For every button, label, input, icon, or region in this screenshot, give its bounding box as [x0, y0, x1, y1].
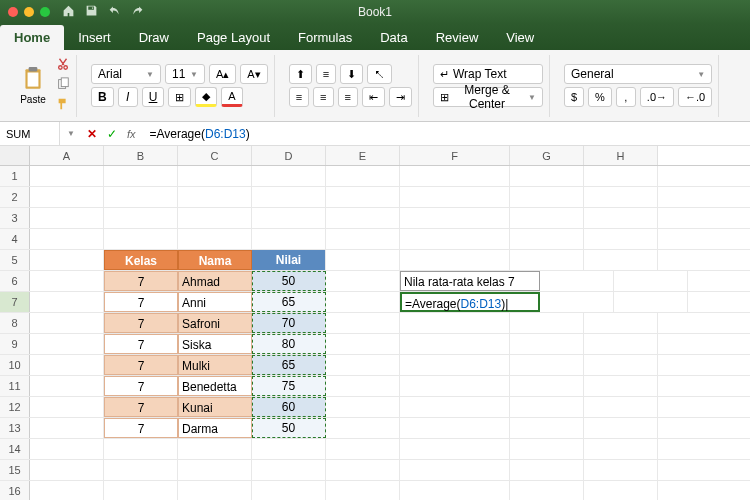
- col-header[interactable]: F: [400, 146, 510, 165]
- cell[interactable]: [510, 166, 584, 186]
- cell[interactable]: [30, 334, 104, 354]
- fill-color-button[interactable]: ◆: [195, 87, 217, 107]
- align-mid-button[interactable]: ≡: [316, 64, 336, 84]
- percent-button[interactable]: %: [588, 87, 612, 107]
- comma-button[interactable]: ,: [616, 87, 636, 107]
- select-all-corner[interactable]: [0, 146, 30, 165]
- cell[interactable]: [30, 418, 104, 438]
- size-select[interactable]: 11▼: [165, 64, 205, 84]
- tab-view[interactable]: View: [492, 25, 548, 50]
- cell[interactable]: [326, 376, 400, 396]
- cell[interactable]: [400, 229, 510, 249]
- fx-icon[interactable]: fx: [127, 128, 136, 140]
- indent-inc-button[interactable]: ⇥: [389, 87, 412, 107]
- row-header[interactable]: 3: [0, 208, 30, 228]
- align-right-button[interactable]: ≡: [338, 87, 358, 107]
- cell[interactable]: [400, 313, 510, 333]
- cell[interactable]: [30, 229, 104, 249]
- cell[interactable]: 70: [252, 313, 326, 333]
- cell[interactable]: [252, 187, 326, 207]
- tab-review[interactable]: Review: [422, 25, 493, 50]
- save-icon[interactable]: [85, 4, 98, 20]
- cell[interactable]: [326, 418, 400, 438]
- bold-button[interactable]: B: [91, 87, 114, 107]
- cell[interactable]: [178, 439, 252, 459]
- col-header[interactable]: D: [252, 146, 326, 165]
- cell[interactable]: [400, 187, 510, 207]
- cell[interactable]: Ahmad: [178, 271, 252, 291]
- wrap-text-button[interactable]: ↵ Wrap Text: [433, 64, 543, 84]
- row-header[interactable]: 11: [0, 376, 30, 396]
- cell[interactable]: [326, 229, 400, 249]
- zoom-icon[interactable]: [40, 7, 50, 17]
- cell[interactable]: [326, 166, 400, 186]
- cell[interactable]: [326, 397, 400, 417]
- cell[interactable]: 7: [104, 418, 178, 438]
- tab-home[interactable]: Home: [0, 25, 64, 50]
- cell[interactable]: [510, 250, 584, 270]
- cell[interactable]: [326, 292, 400, 312]
- cell[interactable]: [252, 229, 326, 249]
- enter-icon[interactable]: ✓: [107, 127, 117, 141]
- cell[interactable]: [584, 460, 658, 480]
- cell[interactable]: [584, 187, 658, 207]
- indent-dec-button[interactable]: ⇤: [362, 87, 385, 107]
- grow-font-button[interactable]: A▴: [209, 64, 236, 84]
- cell[interactable]: 7: [104, 313, 178, 333]
- cell[interactable]: 60: [252, 397, 326, 417]
- cell[interactable]: [614, 271, 688, 291]
- merge-button[interactable]: ⊞ Merge & Center▼: [433, 87, 543, 107]
- cell[interactable]: Nila rata-rata kelas 7: [400, 271, 540, 291]
- cell[interactable]: [252, 208, 326, 228]
- align-left-button[interactable]: ≡: [289, 87, 309, 107]
- cell[interactable]: [584, 334, 658, 354]
- row-header[interactable]: 13: [0, 418, 30, 438]
- cell[interactable]: [400, 208, 510, 228]
- cell[interactable]: [178, 208, 252, 228]
- align-center-button[interactable]: ≡: [313, 87, 333, 107]
- cell[interactable]: [178, 166, 252, 186]
- cell[interactable]: 50: [252, 418, 326, 438]
- tab-page-layout[interactable]: Page Layout: [183, 25, 284, 50]
- cell[interactable]: [584, 229, 658, 249]
- cell[interactable]: [584, 208, 658, 228]
- cell[interactable]: [400, 418, 510, 438]
- cell[interactable]: 7: [104, 376, 178, 396]
- cell[interactable]: [584, 166, 658, 186]
- cell[interactable]: [326, 355, 400, 375]
- align-bot-button[interactable]: ⬇: [340, 64, 363, 84]
- cell[interactable]: [400, 334, 510, 354]
- name-box[interactable]: SUM: [0, 122, 60, 145]
- cell[interactable]: [104, 460, 178, 480]
- border-button[interactable]: ⊞: [168, 87, 191, 107]
- row-header[interactable]: 6: [0, 271, 30, 291]
- inc-decimal-button[interactable]: .0→: [640, 87, 674, 107]
- col-header[interactable]: A: [30, 146, 104, 165]
- formula-input[interactable]: =Average(D6:D13): [143, 127, 750, 141]
- cell[interactable]: [30, 166, 104, 186]
- cell[interactable]: [104, 166, 178, 186]
- cell[interactable]: [510, 397, 584, 417]
- underline-button[interactable]: U: [142, 87, 165, 107]
- row-header[interactable]: 8: [0, 313, 30, 333]
- cell[interactable]: Nama: [178, 250, 252, 270]
- cell[interactable]: [252, 166, 326, 186]
- cell[interactable]: [510, 355, 584, 375]
- font-color-button[interactable]: A: [221, 87, 242, 107]
- minimize-icon[interactable]: [24, 7, 34, 17]
- font-select[interactable]: Arial▼: [91, 64, 161, 84]
- tab-formulas[interactable]: Formulas: [284, 25, 366, 50]
- cell[interactable]: [400, 355, 510, 375]
- cell[interactable]: [326, 439, 400, 459]
- cell[interactable]: [30, 292, 104, 312]
- close-icon[interactable]: [8, 7, 18, 17]
- cell[interactable]: [104, 187, 178, 207]
- cell[interactable]: [400, 439, 510, 459]
- cell[interactable]: [326, 208, 400, 228]
- cell[interactable]: Nilai: [252, 250, 326, 270]
- cell[interactable]: Anni: [178, 292, 252, 312]
- tab-insert[interactable]: Insert: [64, 25, 125, 50]
- cell[interactable]: [540, 271, 614, 291]
- cell[interactable]: [104, 439, 178, 459]
- cell[interactable]: [510, 313, 584, 333]
